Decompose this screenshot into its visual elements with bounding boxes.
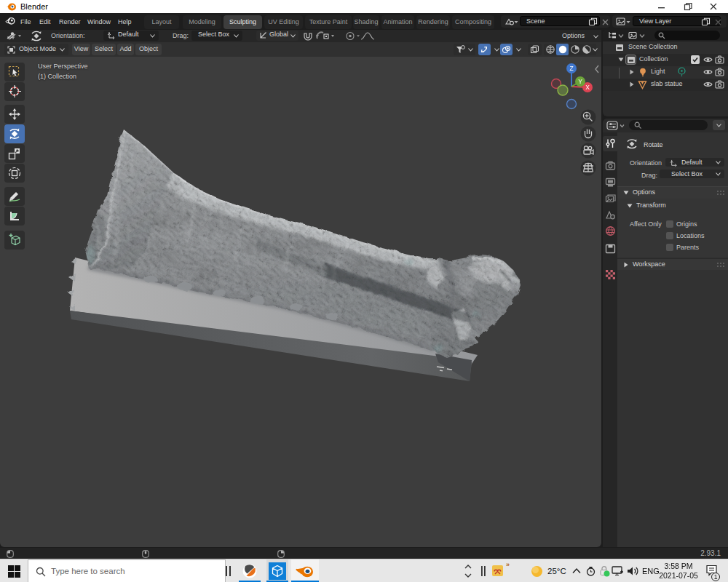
svg-text:Y: Y	[578, 78, 582, 85]
svg-text:Z: Z	[569, 65, 573, 72]
svg-text:X: X	[585, 84, 590, 91]
